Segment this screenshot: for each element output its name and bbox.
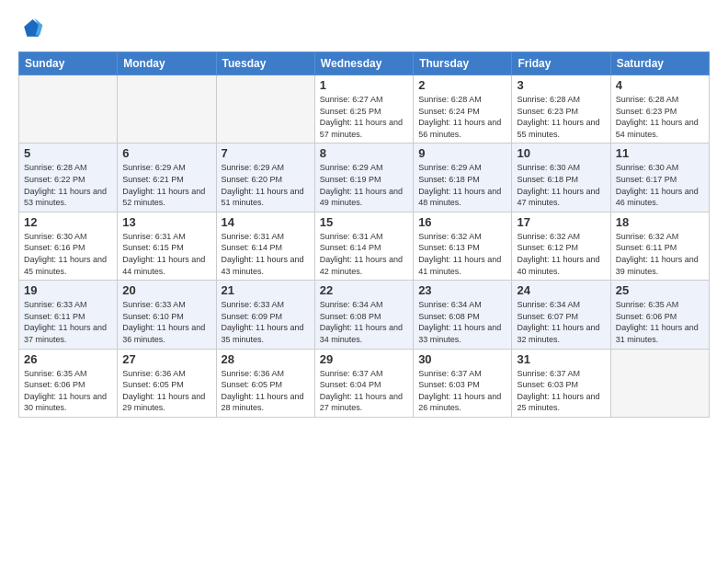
calendar-cell: 22Sunrise: 6:34 AM Sunset: 6:08 PM Dayli…	[314, 281, 413, 349]
logo	[18, 17, 48, 42]
calendar-cell: 27Sunrise: 6:36 AM Sunset: 6:05 PM Dayli…	[118, 349, 216, 417]
day-number: 13	[122, 215, 210, 229]
calendar-cell: 16Sunrise: 6:32 AM Sunset: 6:13 PM Dayli…	[414, 212, 512, 280]
cell-info: Sunrise: 6:33 AM Sunset: 6:09 PM Dayligh…	[222, 299, 310, 345]
weekday-header-tuesday: Tuesday	[216, 52, 314, 75]
day-number: 14	[222, 215, 310, 229]
day-number: 31	[517, 352, 605, 366]
cell-info: Sunrise: 6:36 AM Sunset: 6:05 PM Dayligh…	[222, 368, 310, 414]
calendar-cell: 29Sunrise: 6:37 AM Sunset: 6:04 PM Dayli…	[314, 349, 413, 417]
calendar-cell	[118, 75, 216, 144]
day-number: 26	[24, 352, 112, 366]
calendar-cell: 3Sunrise: 6:28 AM Sunset: 6:23 PM Daylig…	[512, 75, 610, 144]
cell-info: Sunrise: 6:28 AM Sunset: 6:24 PM Dayligh…	[418, 94, 506, 140]
page: SundayMondayTuesdayWednesdayThursdayFrid…	[0, 0, 728, 563]
calendar-cell	[19, 75, 118, 144]
calendar-cell: 18Sunrise: 6:32 AM Sunset: 6:11 PM Dayli…	[610, 212, 709, 280]
cell-info: Sunrise: 6:32 AM Sunset: 6:11 PM Dayligh…	[616, 231, 704, 277]
day-number: 9	[418, 146, 506, 160]
calendar-cell: 11Sunrise: 6:30 AM Sunset: 6:17 PM Dayli…	[610, 144, 709, 212]
calendar-cell: 10Sunrise: 6:30 AM Sunset: 6:18 PM Dayli…	[512, 144, 610, 212]
cell-info: Sunrise: 6:29 AM Sunset: 6:21 PM Dayligh…	[122, 162, 210, 208]
calendar-cell: 20Sunrise: 6:33 AM Sunset: 6:10 PM Dayli…	[118, 281, 216, 349]
calendar-cell: 7Sunrise: 6:29 AM Sunset: 6:20 PM Daylig…	[216, 144, 314, 212]
calendar-cell: 6Sunrise: 6:29 AM Sunset: 6:21 PM Daylig…	[118, 144, 216, 212]
cell-info: Sunrise: 6:30 AM Sunset: 6:17 PM Dayligh…	[616, 162, 704, 208]
cell-info: Sunrise: 6:34 AM Sunset: 6:08 PM Dayligh…	[320, 299, 408, 345]
cell-info: Sunrise: 6:29 AM Sunset: 6:20 PM Dayligh…	[222, 162, 310, 208]
day-number: 7	[222, 146, 310, 160]
calendar-cell: 12Sunrise: 6:30 AM Sunset: 6:16 PM Dayli…	[19, 212, 118, 280]
calendar-week-row: 19Sunrise: 6:33 AM Sunset: 6:11 PM Dayli…	[19, 281, 710, 349]
cell-info: Sunrise: 6:32 AM Sunset: 6:12 PM Dayligh…	[517, 231, 605, 277]
cell-info: Sunrise: 6:32 AM Sunset: 6:13 PM Dayligh…	[418, 231, 506, 277]
calendar-cell: 8Sunrise: 6:29 AM Sunset: 6:19 PM Daylig…	[314, 144, 413, 212]
cell-info: Sunrise: 6:33 AM Sunset: 6:11 PM Dayligh…	[24, 299, 112, 345]
calendar-cell: 15Sunrise: 6:31 AM Sunset: 6:14 PM Dayli…	[314, 212, 413, 280]
calendar-cell: 28Sunrise: 6:36 AM Sunset: 6:05 PM Dayli…	[216, 349, 314, 417]
cell-info: Sunrise: 6:27 AM Sunset: 6:25 PM Dayligh…	[320, 94, 408, 140]
calendar-cell: 13Sunrise: 6:31 AM Sunset: 6:15 PM Dayli…	[118, 212, 216, 280]
calendar-cell: 9Sunrise: 6:29 AM Sunset: 6:18 PM Daylig…	[414, 144, 512, 212]
calendar-cell: 1Sunrise: 6:27 AM Sunset: 6:25 PM Daylig…	[314, 75, 413, 144]
calendar-cell: 2Sunrise: 6:28 AM Sunset: 6:24 PM Daylig…	[414, 75, 512, 144]
day-number: 25	[616, 283, 704, 297]
weekday-header-friday: Friday	[512, 52, 610, 75]
calendar-week-row: 26Sunrise: 6:35 AM Sunset: 6:06 PM Dayli…	[19, 349, 710, 417]
day-number: 11	[616, 146, 704, 160]
day-number: 1	[320, 78, 408, 92]
weekday-header-saturday: Saturday	[610, 52, 709, 75]
day-number: 3	[517, 78, 605, 92]
cell-info: Sunrise: 6:28 AM Sunset: 6:22 PM Dayligh…	[24, 162, 112, 208]
day-number: 23	[418, 283, 506, 297]
day-number: 12	[24, 215, 112, 229]
calendar-week-row: 1Sunrise: 6:27 AM Sunset: 6:25 PM Daylig…	[19, 75, 710, 144]
day-number: 20	[122, 283, 210, 297]
cell-info: Sunrise: 6:29 AM Sunset: 6:19 PM Dayligh…	[320, 162, 408, 208]
calendar-cell: 23Sunrise: 6:34 AM Sunset: 6:08 PM Dayli…	[414, 281, 512, 349]
cell-info: Sunrise: 6:29 AM Sunset: 6:18 PM Dayligh…	[418, 162, 506, 208]
day-number: 16	[418, 215, 506, 229]
cell-info: Sunrise: 6:28 AM Sunset: 6:23 PM Dayligh…	[616, 94, 704, 140]
calendar-table: SundayMondayTuesdayWednesdayThursdayFrid…	[18, 52, 710, 418]
day-number: 30	[418, 352, 506, 366]
calendar-cell	[216, 75, 314, 144]
cell-info: Sunrise: 6:31 AM Sunset: 6:14 PM Dayligh…	[222, 231, 310, 277]
cell-info: Sunrise: 6:33 AM Sunset: 6:10 PM Dayligh…	[122, 299, 210, 345]
day-number: 5	[24, 146, 112, 160]
day-number: 10	[517, 146, 605, 160]
calendar-cell: 24Sunrise: 6:34 AM Sunset: 6:07 PM Dayli…	[512, 281, 610, 349]
weekday-header-monday: Monday	[118, 52, 216, 75]
cell-info: Sunrise: 6:35 AM Sunset: 6:06 PM Dayligh…	[616, 299, 704, 345]
header	[18, 17, 710, 42]
calendar-week-row: 5Sunrise: 6:28 AM Sunset: 6:22 PM Daylig…	[19, 144, 710, 212]
calendar-cell: 19Sunrise: 6:33 AM Sunset: 6:11 PM Dayli…	[19, 281, 118, 349]
day-number: 15	[320, 215, 408, 229]
day-number: 29	[320, 352, 408, 366]
calendar-cell: 5Sunrise: 6:28 AM Sunset: 6:22 PM Daylig…	[19, 144, 118, 212]
calendar-cell: 21Sunrise: 6:33 AM Sunset: 6:09 PM Dayli…	[216, 281, 314, 349]
weekday-header-wednesday: Wednesday	[314, 52, 413, 75]
cell-info: Sunrise: 6:36 AM Sunset: 6:05 PM Dayligh…	[122, 368, 210, 414]
calendar-cell: 30Sunrise: 6:37 AM Sunset: 6:03 PM Dayli…	[414, 349, 512, 417]
day-number: 28	[222, 352, 310, 366]
cell-info: Sunrise: 6:37 AM Sunset: 6:03 PM Dayligh…	[418, 368, 506, 414]
calendar-cell: 14Sunrise: 6:31 AM Sunset: 6:14 PM Dayli…	[216, 212, 314, 280]
calendar-cell: 4Sunrise: 6:28 AM Sunset: 6:23 PM Daylig…	[610, 75, 709, 144]
calendar-cell	[610, 349, 709, 417]
logo-icon	[18, 17, 44, 42]
weekday-header-row: SundayMondayTuesdayWednesdayThursdayFrid…	[19, 52, 710, 75]
calendar-week-row: 12Sunrise: 6:30 AM Sunset: 6:16 PM Dayli…	[19, 212, 710, 280]
day-number: 19	[24, 283, 112, 297]
weekday-header-thursday: Thursday	[414, 52, 512, 75]
cell-info: Sunrise: 6:30 AM Sunset: 6:18 PM Dayligh…	[517, 162, 605, 208]
cell-info: Sunrise: 6:28 AM Sunset: 6:23 PM Dayligh…	[517, 94, 605, 140]
calendar-cell: 25Sunrise: 6:35 AM Sunset: 6:06 PM Dayli…	[610, 281, 709, 349]
day-number: 17	[517, 215, 605, 229]
cell-info: Sunrise: 6:34 AM Sunset: 6:07 PM Dayligh…	[517, 299, 605, 345]
day-number: 18	[616, 215, 704, 229]
day-number: 24	[517, 283, 605, 297]
cell-info: Sunrise: 6:30 AM Sunset: 6:16 PM Dayligh…	[24, 231, 112, 277]
calendar-cell: 31Sunrise: 6:37 AM Sunset: 6:03 PM Dayli…	[512, 349, 610, 417]
day-number: 21	[222, 283, 310, 297]
